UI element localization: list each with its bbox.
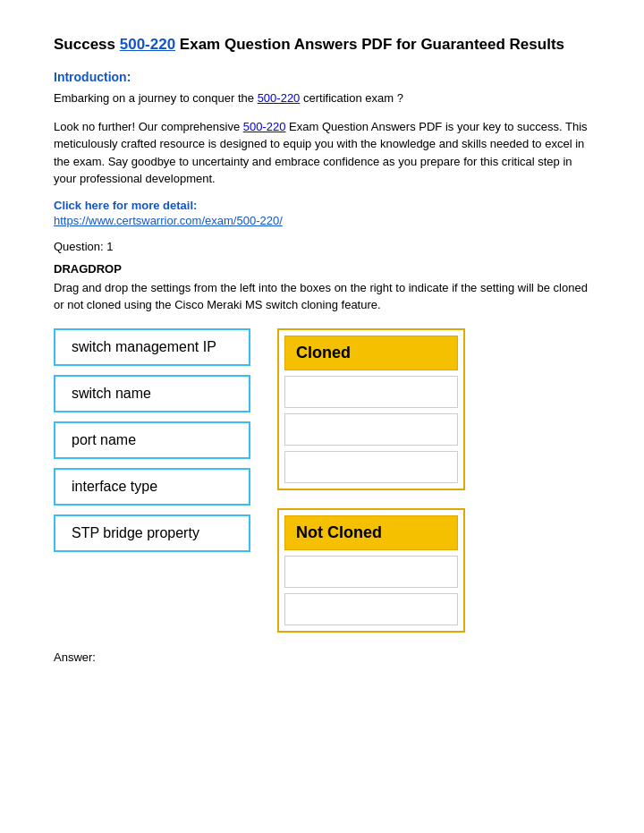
cloned-drop-box-1[interactable] — [284, 376, 458, 408]
drag-item-interface-type[interactable]: interface type — [54, 468, 250, 506]
intro-line1-link[interactable]: 500-220 — [258, 91, 301, 105]
intro-line1-suffix: certification exam ? — [300, 91, 403, 105]
intro-line2-prefix: Look no further! Our comprehensive — [54, 120, 243, 133]
cloned-boxes — [284, 376, 458, 483]
page-title: Success 500-220 Exam Question Answers PD… — [54, 36, 590, 54]
drag-item-stp-bridge[interactable]: STP bridge property — [54, 514, 250, 552]
dragdrop-desc: Drag and drop the settings from the left… — [54, 279, 590, 314]
drag-item-switch-management-ip[interactable]: switch management IP — [54, 328, 250, 366]
cloned-drop-box-2[interactable] — [284, 413, 458, 446]
right-column: Cloned Not Cloned — [277, 328, 465, 633]
drag-item-port-name[interactable]: port name — [54, 421, 250, 459]
dragdrop-label: DRAGDROP — [54, 262, 590, 276]
answer-label: Answer: — [54, 650, 590, 664]
cloned-section: Cloned — [277, 328, 465, 490]
drag-item-switch-name[interactable]: switch name — [54, 375, 250, 412]
cloned-drop-box-3[interactable] — [284, 451, 458, 483]
title-link[interactable]: 500-220 — [120, 36, 175, 53]
not-cloned-drop-box-1[interactable] — [284, 556, 458, 588]
not-cloned-drop-box-2[interactable] — [284, 593, 458, 625]
question-label: Question: 1 — [54, 240, 590, 253]
not-cloned-section: Not Cloned — [277, 508, 465, 633]
intro-line2-link[interactable]: 500-220 — [243, 120, 286, 133]
intro-line2: Look no further! Our comprehensive 500-2… — [54, 118, 590, 188]
dnd-container: switch management IP switch name port na… — [54, 328, 590, 633]
intro-heading: Introduction: — [54, 70, 590, 84]
not-cloned-header: Not Cloned — [284, 515, 458, 550]
not-cloned-boxes — [284, 556, 458, 625]
left-column: switch management IP switch name port na… — [54, 328, 250, 633]
cloned-header: Cloned — [284, 336, 458, 370]
title-suffix: Exam Question Answers PDF for Guaranteed… — [175, 36, 564, 53]
intro-line1-prefix: Embarking on a journey to conquer the — [54, 91, 258, 105]
intro-line1: Embarking on a journey to conquer the 50… — [54, 89, 590, 107]
url-link[interactable]: https://www.certswarrior.com/exam/500-22… — [54, 214, 590, 227]
click-here-label: Click here for more detail: — [54, 199, 590, 212]
title-prefix: Success — [54, 36, 120, 53]
